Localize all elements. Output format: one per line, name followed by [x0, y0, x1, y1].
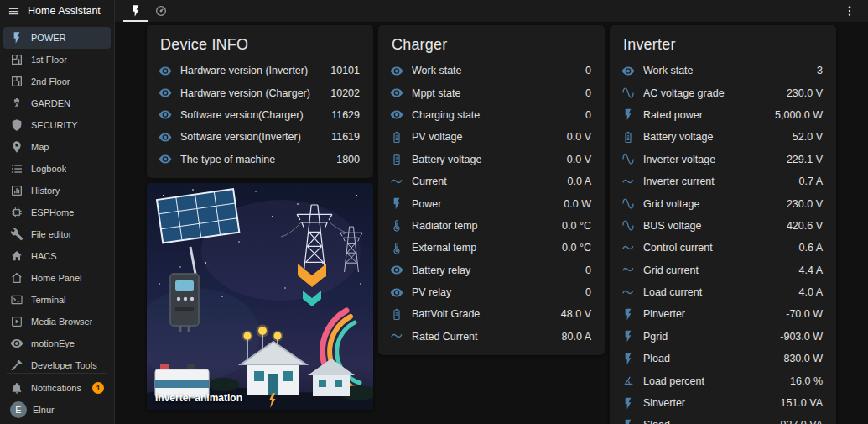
entity-row-software-version-inverter[interactable]: Software version(Inverter)11619 — [159, 126, 360, 148]
entity-name: PV relay — [412, 286, 579, 298]
floor-plan-icon — [10, 75, 23, 88]
sidebar-item-label: POWER — [31, 33, 66, 43]
entity-row-control-current[interactable]: Control current0.6 A — [621, 237, 823, 259]
entity-value: 3 — [817, 65, 823, 76]
sidebar-item-esphome[interactable]: ESPHome — [3, 202, 111, 223]
entity-row-bus-voltage[interactable]: BUS voltage420.6 V — [621, 215, 823, 237]
entity-row-battery-voltage[interactable]: Battery voltage0.0 V — [390, 149, 591, 170]
entity-row-pv-voltage[interactable]: PV voltage0.0 V — [390, 126, 591, 148]
entity-name: Current — [412, 175, 561, 187]
menu-icon[interactable] — [8, 5, 20, 18]
sidebar-item-power[interactable]: POWER — [3, 27, 111, 49]
entity-row-software-version-charger[interactable]: Software version(Charger)11629 — [159, 104, 360, 126]
current-ac-icon — [621, 241, 635, 255]
battery-icon — [621, 130, 635, 144]
flash-icon — [621, 107, 635, 122]
entity-row-radiator-temp[interactable]: Radiator temp0.0 °C — [390, 215, 591, 237]
entity-value: 52.0 V — [793, 131, 823, 143]
eye-icon — [159, 86, 172, 100]
eye-icon — [159, 152, 172, 166]
sidebar-item-label: File editor — [31, 229, 71, 239]
sidebar-item-label: HACS — [31, 251, 57, 261]
sidebar-item-hacs[interactable]: HACS — [3, 245, 111, 267]
sidebar-item-motioneye[interactable]: motionEye — [3, 332, 111, 354]
entity-row-hardware-version-inverter[interactable]: Hardware version (Inverter)10101 — [159, 60, 360, 81]
eye-icon — [159, 107, 172, 122]
entity-row-pgrid[interactable]: Pgrid-903.0 W — [621, 326, 823, 348]
entity-row-sinverter[interactable]: Sinverter151.0 VA — [621, 392, 823, 414]
entity-row-inverter-current[interactable]: Inverter current0.7 A — [621, 170, 823, 192]
sine-wave-icon — [621, 196, 635, 211]
entity-row-hardware-version-charger[interactable]: Hardware version (Charger)10202 — [159, 81, 360, 103]
entity-row-grid-voltage[interactable]: Grid voltage230.0 V — [621, 192, 823, 214]
entity-row-charging-state[interactable]: Charging state0 — [390, 104, 591, 126]
sidebar-item-file-editor[interactable]: File editor — [3, 223, 111, 245]
entity-row-grid-current[interactable]: Grid current4.4 A — [621, 259, 823, 281]
entity-value: 11619 — [331, 131, 360, 143]
entity-row-power[interactable]: Power0.0 W — [390, 192, 591, 214]
sidebar-item-label: 1st Floor — [31, 55, 67, 65]
entity-value: 420.6 V — [787, 220, 823, 232]
entity-row-rated-power[interactable]: Rated power5,000.0 W — [621, 104, 823, 126]
entity-row-battery-relay[interactable]: Battery relay0 — [390, 259, 591, 281]
entity-row-the-type-of-machine[interactable]: The type of machine1800 — [159, 149, 360, 170]
entity-row-work-state[interactable]: Work state0 — [390, 60, 591, 81]
sidebar-item-1st-floor[interactable]: 1st Floor — [3, 49, 111, 71]
sidebar-item-media-browser[interactable]: Media Browser — [3, 311, 111, 332]
entity-row-pinverter[interactable]: Pinverter-70.0 W — [621, 303, 823, 325]
sidebar-item-history[interactable]: History — [3, 180, 111, 202]
entity-value: -903.0 W — [780, 331, 823, 343]
entity-row-pv-relay[interactable]: PV relay0 — [390, 281, 591, 303]
overflow-menu-icon[interactable] — [839, 1, 860, 21]
entity-value: 0 — [585, 87, 591, 99]
entity-row-pload[interactable]: Pload830.0 W — [621, 348, 823, 369]
sidebar-item-label: SECURITY — [31, 120, 78, 130]
entity-row-ac-voltage-grade[interactable]: AC voltage grade230.0 V — [621, 81, 823, 103]
sidebar-item-garden[interactable]: GARDEN — [3, 92, 111, 114]
entity-row-work-state[interactable]: Work state3 — [621, 60, 823, 81]
hammer-icon — [10, 359, 23, 370]
sidebar-item-map[interactable]: Map — [3, 136, 111, 158]
notifications-label: Notifications — [31, 383, 81, 393]
entity-row-mppt-state[interactable]: Mppt state0 — [390, 81, 591, 103]
entity-row-load-percent[interactable]: Load percent16.0 % — [621, 369, 823, 391]
sidebar-item-terminal[interactable]: Terminal — [3, 289, 111, 311]
flash-icon — [390, 196, 403, 211]
entity-name: Load current — [643, 286, 793, 298]
card-title-device-info: Device INFO — [147, 25, 373, 60]
entity-row-inverter-voltage[interactable]: Inverter voltage229.1 V — [621, 149, 823, 170]
sidebar-item-notifications[interactable]: Notifications 1 — [3, 377, 111, 399]
sidebar-item-logbook[interactable]: Logbook — [3, 158, 111, 180]
eye-icon — [621, 64, 635, 78]
entity-row-sload[interactable]: Sload927.0 VA — [621, 414, 823, 424]
sidebar-item-home-panel[interactable]: Home Panel — [3, 267, 111, 289]
entity-name: Grid voltage — [643, 198, 780, 210]
entity-row-current[interactable]: Current0.0 A — [390, 170, 591, 192]
flash-icon — [129, 4, 143, 18]
entity-row-external-temp[interactable]: External temp0.0 °C — [390, 237, 591, 259]
thermometer-icon — [390, 218, 403, 233]
entity-value: 48.0 V — [561, 308, 591, 320]
card-inverter: Inverter Work state3AC voltage grade230.… — [610, 25, 836, 424]
sidebar-item-user[interactable]: E Elnur — [3, 399, 111, 421]
sidebar-item-developer-tools[interactable]: Developer Tools — [3, 354, 111, 370]
eye-icon — [390, 285, 403, 300]
sidebar: Home Assistant POWER1st Floor2nd FloorGA… — [0, 0, 115, 424]
avatar: E — [10, 401, 27, 418]
entity-row-battvolt-grade[interactable]: BattVolt Grade48.0 V — [390, 303, 591, 325]
sidebar-item-2nd-floor[interactable]: 2nd Floor — [3, 71, 111, 92]
sidebar-item-security[interactable]: SECURITY — [3, 114, 111, 136]
entity-row-rated-current[interactable]: Rated Current80.0 A — [390, 326, 591, 348]
entity-name: Inverter current — [643, 175, 793, 187]
current-ac-icon — [390, 329, 403, 343]
tab-overview-view[interactable] — [148, 0, 174, 22]
camera-eye-icon — [10, 337, 23, 350]
column-2: Charger Work state0Mppt state0Charging s… — [378, 25, 605, 424]
home-assistant-app: Home Assistant POWER1st Floor2nd FloorGA… — [0, 0, 868, 424]
entity-name: Charging state — [412, 109, 579, 121]
entity-row-load-current[interactable]: Load current4.0 A — [621, 281, 823, 303]
tab-power-view[interactable] — [123, 0, 148, 22]
card-inverter-animation[interactable]: Inverter animation — [147, 183, 373, 410]
entity-row-battery-voltage[interactable]: Battery voltage52.0 V — [621, 126, 823, 148]
column-1: Device INFO Hardware version (Inverter)1… — [147, 25, 373, 424]
